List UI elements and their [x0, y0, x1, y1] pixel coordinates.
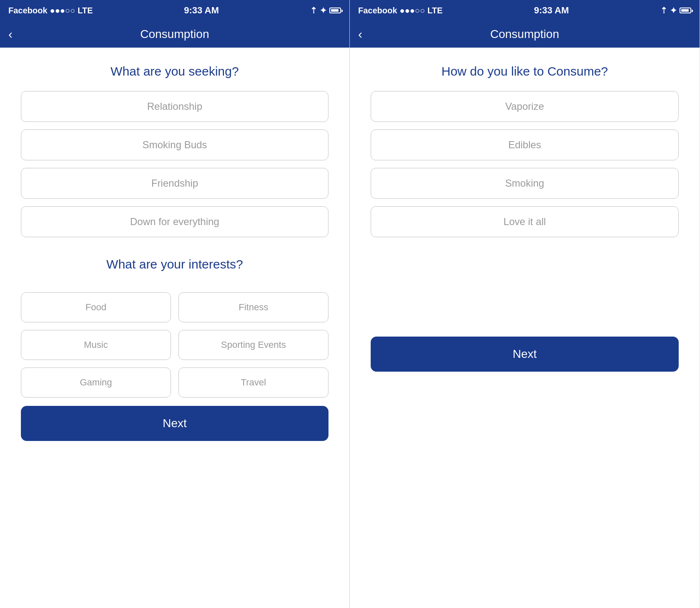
interests-grid: Food Fitness Music Sporting Events Gamin…	[21, 292, 328, 398]
spacer-1	[21, 245, 328, 253]
left-status-right: ⇡ ✦	[310, 5, 341, 15]
left-panel: Facebook ●●●○○ LTE 9:33 AM ⇡ ✦ ‹ Consump…	[0, 0, 350, 608]
option-smoking-buds[interactable]: Smoking Buds	[21, 129, 328, 160]
right-bluetooth-icon: ✦	[670, 5, 677, 15]
left-back-button[interactable]: ‹	[8, 28, 13, 41]
left-location-icon: ⇡	[310, 5, 317, 15]
right-status-bar: Facebook ●●●○○ LTE 9:33 AM ⇡ ✦	[350, 0, 700, 21]
interest-music[interactable]: Music	[21, 330, 171, 360]
right-carrier: Facebook	[358, 6, 397, 15]
option-relationship[interactable]: Relationship	[21, 91, 328, 122]
right-time: 9:33 AM	[534, 5, 569, 16]
left-signal: ●●●○○	[50, 6, 75, 15]
right-signal: ●●●○○	[400, 6, 425, 15]
left-status-bar: Facebook ●●●○○ LTE 9:33 AM ⇡ ✦	[0, 0, 349, 21]
option-edibles[interactable]: Edibles	[371, 129, 679, 160]
option-vaporize[interactable]: Vaporize	[371, 91, 679, 122]
right-panel: Facebook ●●●○○ LTE 9:33 AM ⇡ ✦ ‹ Consump…	[350, 0, 700, 608]
right-battery-icon	[680, 8, 691, 13]
right-status-left: Facebook ●●●○○ LTE	[358, 6, 443, 15]
seeking-title: What are you seeking?	[21, 64, 328, 79]
right-back-button[interactable]: ‹	[358, 28, 362, 41]
left-nav-title: Consumption	[140, 28, 209, 41]
consume-title: How do you like to Consume?	[371, 64, 679, 79]
interest-travel[interactable]: Travel	[178, 367, 328, 398]
right-next-button[interactable]: Next	[371, 337, 679, 372]
left-battery-icon	[329, 8, 341, 13]
interest-sporting-events[interactable]: Sporting Events	[178, 330, 328, 360]
option-smoking[interactable]: Smoking	[371, 168, 679, 199]
interest-food[interactable]: Food	[21, 292, 171, 322]
left-content: What are you seeking? Relationship Smoki…	[0, 48, 349, 608]
right-nav-bar: ‹ Consumption	[350, 21, 700, 48]
option-down-for-everything[interactable]: Down for everything	[21, 206, 328, 237]
left-time: 9:33 AM	[184, 5, 219, 16]
option-love-it-all[interactable]: Love it all	[371, 206, 679, 237]
left-next-button[interactable]: Next	[21, 406, 328, 441]
option-friendship[interactable]: Friendship	[21, 168, 328, 199]
right-status-right: ⇡ ✦	[660, 5, 691, 15]
left-network: LTE	[78, 6, 93, 15]
left-nav-bar: ‹ Consumption	[0, 21, 349, 48]
right-network: LTE	[428, 6, 443, 15]
right-spacer	[371, 245, 679, 328]
left-status-left: Facebook ●●●○○ LTE	[8, 6, 93, 15]
interest-fitness[interactable]: Fitness	[178, 292, 328, 322]
interests-title: What are your interests?	[21, 257, 328, 271]
left-bluetooth-icon: ✦	[320, 5, 327, 15]
right-content: How do you like to Consume? Vaporize Edi…	[350, 48, 700, 608]
right-nav-title: Consumption	[490, 28, 559, 41]
right-location-icon: ⇡	[660, 5, 667, 15]
left-carrier: Facebook	[8, 6, 47, 15]
spacer-2	[21, 284, 328, 292]
interest-gaming[interactable]: Gaming	[21, 367, 171, 398]
